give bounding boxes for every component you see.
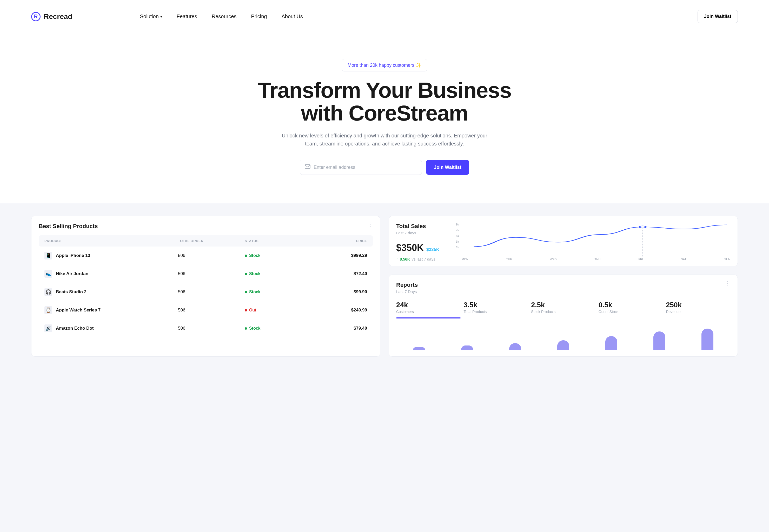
mail-icon <box>305 164 310 170</box>
table-row[interactable]: 🔊 Amazon Echo Dot 506 Stock $79.40 <box>39 319 373 337</box>
best-selling-card: Best Selling Products ⋮ PRODUCT TOTAL OR… <box>31 216 380 357</box>
card-title: Best Selling Products <box>39 223 98 230</box>
status-dot-icon <box>245 309 247 311</box>
more-vertical-icon[interactable]: ⋮ <box>725 282 730 285</box>
sales-line-chart: 9k7k5k3k1k MONTUEWEDTHUFRISATSUN <box>456 223 730 261</box>
nav-label: About Us <box>281 14 303 19</box>
report-stat[interactable]: 3.5k Total Products <box>464 301 528 318</box>
total-sales-card: Total Sales Last 7 days $350K $235K ↑ 8.… <box>389 216 738 266</box>
status-text: Stock <box>249 271 261 276</box>
nav-label: Solution <box>140 14 159 19</box>
report-bar <box>701 329 713 350</box>
product-thumb-icon: ⌚ <box>44 306 52 314</box>
stat-value: 24k <box>396 301 461 309</box>
table-row[interactable]: 📱 Apple iPhone 13 506 Stock $999.29 <box>39 247 373 265</box>
nav-item-resources[interactable]: Resources <box>212 14 237 19</box>
card-subtitle: Last 7 Days <box>396 289 418 294</box>
report-bar <box>605 336 617 350</box>
product-name: Beats Studio 2 <box>56 289 87 295</box>
th-product: PRODUCT <box>44 239 178 243</box>
email-input[interactable] <box>314 165 417 170</box>
cell-status: Stock <box>245 290 311 294</box>
th-status: STATUS <box>245 239 311 243</box>
hero-title-line: Transform Your Business <box>258 78 511 102</box>
th-price: PRICE <box>311 239 367 243</box>
brand-name: Recread <box>44 12 72 21</box>
stat-label: Stock Products <box>531 310 595 314</box>
status-text: Out <box>249 308 256 312</box>
chevron-down-icon: ▾ <box>160 15 162 19</box>
product-thumb-icon: 🔊 <box>44 324 52 332</box>
stat-label: Total Products <box>464 310 528 314</box>
stat-label: Revenue <box>666 310 730 314</box>
stat-label: Out of Stock <box>599 310 663 314</box>
cell-status: Stock <box>245 271 311 276</box>
svg-point-2 <box>639 226 646 228</box>
site-header: R Recread Solution ▾ Features Resources … <box>0 0 769 33</box>
stat-value: 2.5k <box>531 301 595 309</box>
product-name: Amazon Echo Dot <box>56 326 94 331</box>
cell-price: $99.90 <box>311 289 367 295</box>
nav-item-solution[interactable]: Solution ▾ <box>140 14 162 19</box>
report-stat[interactable]: 250k Revenue <box>666 301 730 318</box>
reports-card: Reports Last 7 Days ⋮ 24k Customers 3.5k… <box>389 275 738 357</box>
report-stat[interactable]: 0.5k Out of Stock <box>599 301 663 318</box>
report-bar <box>413 347 425 350</box>
cell-total-order: 506 <box>178 308 245 313</box>
table-row[interactable]: 🎧 Beats Studio 2 506 Stock $99.90 <box>39 283 373 301</box>
report-bar <box>653 331 665 350</box>
table-row[interactable]: 👟 Nike Air Jordan 506 Stock $72.40 <box>39 265 373 283</box>
cell-status: Out <box>245 308 311 312</box>
cell-total-order: 506 <box>178 326 245 331</box>
hero-section: More than 20k happy customers ✨ Transfor… <box>0 33 769 203</box>
product-name: Nike Air Jordan <box>56 271 88 276</box>
brand-logo[interactable]: R Recread <box>31 12 72 21</box>
status-dot-icon <box>245 255 247 257</box>
card-title: Total Sales <box>396 223 448 230</box>
join-waitlist-button[interactable]: Join Waitlist <box>698 10 738 23</box>
product-thumb-icon: 📱 <box>44 252 52 260</box>
arrow-up-icon: ↑ <box>396 257 398 261</box>
product-thumb-icon: 👟 <box>44 270 52 278</box>
email-input-wrapper[interactable] <box>300 160 422 175</box>
hero-title-line: with CoreStream <box>301 101 468 125</box>
status-dot-icon <box>245 291 247 293</box>
th-total-order: TOTAL ORDER <box>178 239 245 243</box>
report-bar <box>509 343 521 350</box>
nav-item-about[interactable]: About Us <box>281 14 303 19</box>
main-nav: Solution ▾ Features Resources Pricing Ab… <box>140 14 303 19</box>
table-row[interactable]: ⌚ Apple Watch Series 7 506 Out $249.99 <box>39 301 373 319</box>
sales-value: $350K <box>396 242 424 253</box>
nav-item-features[interactable]: Features <box>177 14 197 19</box>
status-dot-icon <box>245 273 247 275</box>
cell-total-order: 506 <box>178 289 245 295</box>
nav-item-pricing[interactable]: Pricing <box>251 14 267 19</box>
nav-label: Pricing <box>251 14 267 19</box>
join-waitlist-submit-button[interactable]: Join Waitlist <box>426 160 469 175</box>
report-bar <box>461 345 473 350</box>
status-dot-icon <box>245 327 247 330</box>
cell-status: Stock <box>245 326 311 331</box>
svg-rect-0 <box>305 165 310 168</box>
customers-badge: More than 20k happy customers ✨ <box>342 59 427 71</box>
email-signup-row: Join Waitlist <box>31 160 738 175</box>
hero-subtitle: Unlock new levels of efficiency and grow… <box>278 132 491 148</box>
status-text: Stock <box>249 253 261 258</box>
dashboard-preview: Best Selling Products ⋮ PRODUCT TOTAL OR… <box>0 203 769 357</box>
product-name: Apple Watch Series 7 <box>56 308 101 313</box>
nav-label: Features <box>177 14 197 19</box>
card-title: Reports <box>396 282 418 288</box>
hero-title: Transform Your Business with CoreStream <box>31 79 738 124</box>
more-vertical-icon[interactable]: ⋮ <box>368 223 373 226</box>
report-stat[interactable]: 2.5k Stock Products <box>531 301 595 318</box>
cell-total-order: 506 <box>178 271 245 276</box>
card-subtitle: Last 7 days <box>396 231 448 235</box>
cell-total-order: 506 <box>178 253 245 258</box>
stat-value: 3.5k <box>464 301 528 309</box>
report-stat[interactable]: 24k Customers <box>396 301 461 318</box>
sales-secondary-value: $235K <box>426 247 439 252</box>
cell-price: $72.40 <box>311 271 367 276</box>
cell-price: $79.40 <box>311 326 367 331</box>
stat-value: 250k <box>666 301 730 309</box>
brand-mark-icon: R <box>31 12 41 21</box>
